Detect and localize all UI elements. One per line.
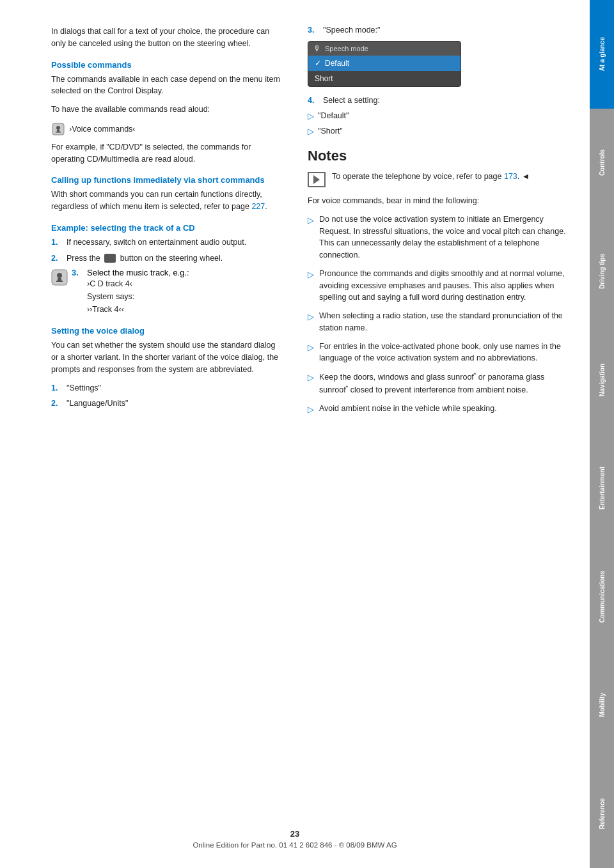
- sidebar: At a glance Controls Driving tips Naviga…: [590, 0, 614, 868]
- arrow-short-icon: ▷: [308, 125, 314, 138]
- note-arrow-icon: [313, 175, 320, 184]
- speech-mode-default-label: Default: [325, 59, 349, 68]
- arrow-default-icon: ▷: [308, 110, 314, 123]
- page-container: In dialogs that call for a text of your …: [0, 0, 614, 868]
- checkmark-icon: ✓: [315, 59, 321, 68]
- bullet-5: ▷ Keep the doors, windows and glass sunr…: [308, 371, 571, 396]
- note-page-ref[interactable]: 173: [504, 172, 517, 181]
- possible-commands-text3: For example, if "CD/DVD" is selected, th…: [51, 141, 282, 166]
- speech-mode-title: Speech mode: [325, 45, 368, 52]
- note-text: To operate the telephone by voice, refer…: [332, 171, 571, 183]
- bullet-arrow-6: ▷: [308, 403, 314, 416]
- setting-voice-steps: 1. "Settings" 2. "Language/Units": [51, 382, 282, 410]
- bullet-text-6: Avoid ambient noise in the vehicle while…: [319, 403, 497, 415]
- possible-commands-text2: To have the available commands read alou…: [51, 104, 282, 116]
- calling-up-heading: Calling up functions immediately via sho…: [51, 175, 282, 185]
- voice-icon: [51, 122, 65, 136]
- setting-voice-heading: Setting the voice dialog: [51, 326, 282, 336]
- bullet-6: ▷ Avoid ambient noise in the vehicle whi…: [308, 403, 571, 416]
- footer-text: Online Edition for Part no. 01 41 2 602 …: [0, 841, 590, 849]
- sidebar-label-controls: Controls: [599, 150, 606, 176]
- sidebar-label-navigation: Navigation: [599, 364, 606, 396]
- sidebar-label-mobility: Mobility: [599, 693, 606, 717]
- bullet-text-2: Pronounce the commands and digits smooth…: [319, 268, 571, 304]
- bullet-text-4: For entries in the voice-activated phone…: [319, 341, 571, 365]
- sidebar-item-driving-tips[interactable]: Driving tips: [590, 217, 614, 326]
- speech-mode-title-bar: 🎙 Speech mode: [308, 42, 460, 56]
- left-column: In dialogs that call for a text of your …: [0, 0, 295, 868]
- possible-commands-text1: The commands available in each case depe…: [51, 74, 282, 98]
- notes-bullets: ▷ Do not use the voice activation system…: [308, 213, 571, 416]
- sidebar-item-mobility[interactable]: Mobility: [590, 651, 614, 760]
- intro-paragraph: In dialogs that call for a text of your …: [51, 26, 282, 50]
- right-column: 3. "Speech mode:" 🎙 Speech mode ✓ Defaul…: [295, 0, 590, 868]
- example-steps: 1. If necessary, switch on entertainment…: [51, 236, 282, 265]
- sidebar-item-reference[interactable]: Reference: [590, 759, 614, 868]
- setting-voice-text: You can set whether the system should us…: [51, 339, 282, 375]
- bullet-text-3: When selecting a radio station, use the …: [319, 310, 571, 334]
- bullet-arrow-3: ▷: [308, 311, 314, 323]
- page-footer: 23 Online Edition for Part no. 01 41 2 6…: [0, 829, 590, 849]
- speech-mode-default-item: ✓ Default: [308, 56, 460, 71]
- bullet-text-1: Do not use the voice activation system t…: [319, 213, 571, 261]
- note-box: To operate the telephone by voice, refer…: [308, 171, 571, 187]
- bullet-1: ▷ Do not use the voice activation system…: [308, 213, 571, 261]
- bullet-4: ▷ For entries in the voice-activated pho…: [308, 341, 571, 365]
- bullet-arrow-4: ▷: [308, 341, 314, 354]
- notes-intro: For voice commands, bear in mind the fol…: [308, 195, 571, 207]
- sidebar-label-at-a-glance: At a glance: [599, 37, 606, 71]
- sidebar-label-communications: Communications: [599, 571, 606, 623]
- step-3-detail: ›C D track 4‹ System says: ››Track 4‹‹: [87, 277, 189, 316]
- svg-point-5: [57, 273, 62, 278]
- asterisk-2: *: [346, 384, 349, 391]
- sidebar-label-entertainment: Entertainment: [599, 467, 606, 509]
- sidebar-label-reference: Reference: [599, 798, 606, 829]
- sidebar-item-communications[interactable]: Communications: [590, 543, 614, 651]
- back-arrow: ◄: [522, 172, 530, 181]
- notes-heading: Notes: [308, 148, 571, 164]
- step-3-content: 3. Select the music track, e.g.: ›C D tr…: [72, 268, 189, 316]
- sidebar-item-controls[interactable]: Controls: [590, 109, 614, 217]
- calling-up-text: With short commands you can run certain …: [51, 189, 282, 213]
- speech-mode-short-item: Short: [308, 71, 460, 86]
- bullet-arrow-1: ▷: [308, 214, 314, 227]
- sidebar-item-navigation[interactable]: Navigation: [590, 325, 614, 434]
- step-4-right: 4. Select a setting:: [308, 96, 571, 105]
- setting-step-1: 1. "Settings": [51, 382, 282, 394]
- option-short-label: "Short": [318, 125, 343, 137]
- bullet-arrow-5: ▷: [308, 371, 314, 384]
- example-heading: Example: selecting the track of a CD: [51, 223, 282, 233]
- asterisk-1: *: [474, 371, 476, 378]
- calling-up-page-ref[interactable]: 227: [251, 202, 265, 211]
- sidebar-item-entertainment[interactable]: Entertainment: [590, 434, 614, 543]
- svg-rect-3: [56, 132, 61, 133]
- voice-step-icon: [51, 269, 68, 286]
- option-default: ▷ "Default": [308, 110, 571, 123]
- sidebar-label-driving-tips: Driving tips: [599, 254, 606, 289]
- voice-command-row: ›Voice commands‹: [51, 122, 282, 136]
- svg-rect-7: [56, 281, 63, 282]
- page-number: 23: [0, 829, 590, 839]
- bullet-text-5: Keep the doors, windows and glass sunroo…: [319, 371, 571, 396]
- possible-commands-heading: Possible commands: [51, 60, 282, 70]
- voice-command-text: ›Voice commands‹: [69, 125, 136, 134]
- step-3-right: 3. "Speech mode:": [308, 26, 571, 35]
- step-3-voice-row: 3. Select the music track, e.g.: ›C D tr…: [51, 268, 282, 316]
- bullet-2: ▷ Pronounce the commands and digits smoo…: [308, 268, 571, 304]
- option-default-label: "Default": [318, 110, 349, 122]
- speech-mode-screenshot: 🎙 Speech mode ✓ Default Short: [308, 41, 461, 87]
- step-1: 1. If necessary, switch on entertainment…: [51, 236, 282, 249]
- sidebar-item-at-a-glance[interactable]: At a glance: [590, 0, 614, 109]
- note-icon: [308, 172, 326, 187]
- setting-step-2: 2. "Language/Units": [51, 398, 282, 410]
- bullet-3: ▷ When selecting a radio station, use th…: [308, 310, 571, 334]
- bullet-arrow-2: ▷: [308, 268, 314, 281]
- speech-icon: 🎙: [313, 44, 321, 53]
- step-2: 2. Press the button on the steering whee…: [51, 252, 282, 265]
- option-short: ▷ "Short": [308, 125, 571, 138]
- select-options: ▷ "Default" ▷ "Short": [308, 110, 571, 137]
- svg-point-1: [56, 126, 60, 130]
- steering-button-icon: [104, 254, 116, 263]
- main-content: In dialogs that call for a text of your …: [0, 0, 590, 868]
